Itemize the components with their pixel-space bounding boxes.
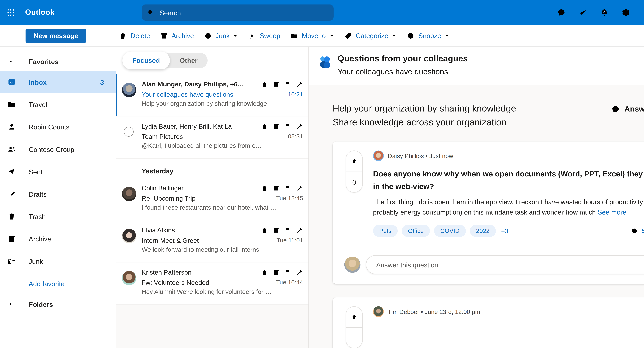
answer-input-box[interactable]: GIF: [366, 255, 644, 274]
pin-icon: [296, 80, 303, 88]
mail-row-lydia-bauer[interactable]: Lydia Bauer, Henry Brill, Kat La… Team P…: [116, 116, 308, 159]
row-flag-button[interactable]: [284, 122, 292, 130]
mail-row-elvia-atkins[interactable]: Elvia Atkins Intern Meet & Greet Tue 11:…: [116, 220, 308, 262]
flag-icon: [643, 8, 644, 17]
tag-office[interactable]: Office: [402, 225, 430, 237]
person-icon: [7, 122, 16, 131]
archive-icon: [272, 269, 280, 276]
row-pin-button[interactable]: [296, 122, 303, 130]
answers-in-viva-link[interactable]: ? Answers in Viva: [611, 105, 644, 114]
app-title: Outlook: [25, 8, 54, 17]
sidebar-item-junk[interactable]: Junk: [0, 250, 116, 272]
settings-button[interactable]: [615, 0, 637, 25]
row-archive-button[interactable]: [272, 226, 280, 234]
row-pin-button[interactable]: [296, 80, 303, 88]
mail-subject: Fw: Volunteers Needed: [142, 279, 272, 286]
app-launcher-button[interactable]: [0, 0, 22, 25]
trash-icon: [261, 226, 268, 234]
mail-subject: Re: Upcoming Trip: [142, 194, 272, 202]
answers-chat-icon: [631, 227, 638, 234]
more-tags-link[interactable]: +3: [501, 227, 508, 234]
row-flag-button[interactable]: [284, 226, 292, 234]
tag-2022[interactable]: 2022: [470, 225, 496, 237]
select-circle[interactable]: [124, 127, 134, 137]
archive-icon: [272, 122, 280, 130]
delete-button[interactable]: Delete: [114, 28, 155, 43]
sweep-button[interactable]: Sweep: [243, 28, 285, 43]
folder-icon: [7, 100, 16, 109]
row-delete-button[interactable]: [261, 226, 268, 234]
categorize-button[interactable]: Categorize: [339, 28, 402, 43]
row-flag-button[interactable]: [284, 269, 292, 276]
row-archive-button[interactable]: [272, 269, 280, 276]
new-message-button[interactable]: New message: [26, 28, 86, 43]
my-day-button[interactable]: [572, 0, 594, 25]
answers-link[interactable]: 5 answers: [631, 227, 644, 234]
pin-icon: [296, 122, 303, 130]
tab-other[interactable]: Other: [170, 53, 207, 68]
sidebar-item-archive[interactable]: Archive: [0, 227, 116, 250]
row-archive-button[interactable]: [272, 122, 280, 130]
row-pin-button[interactable]: [296, 184, 303, 191]
snooze-button[interactable]: Snooze: [402, 28, 454, 43]
sidebar-item-sent[interactable]: Sent: [0, 160, 116, 183]
filter-button[interactable]: [293, 57, 300, 64]
row-delete-button[interactable]: [261, 269, 268, 276]
mail-subject: Intern Meet & Greet: [142, 237, 273, 244]
mail-sender: Colin Ballinger: [142, 184, 253, 191]
row-delete-button[interactable]: [261, 184, 268, 191]
collapse-nav-button[interactable]: [0, 25, 22, 46]
sidebar-item-travel[interactable]: Travel: [0, 93, 116, 116]
sidebar-item-robin-counts[interactable]: Robin Counts: [0, 116, 116, 138]
row-delete-button[interactable]: [261, 122, 268, 130]
row-pin-button[interactable]: [296, 226, 303, 234]
mail-row-kristen-patterson[interactable]: Kristen Patterson Fw: Volunteers Needed …: [116, 262, 308, 305]
tab-focused[interactable]: Focused: [122, 51, 170, 69]
notification-count: 8: [604, 10, 605, 14]
answer-compose-row: GIF: [344, 247, 644, 284]
tag-pets[interactable]: Pets: [373, 225, 398, 237]
upvote-arrow-icon: [350, 313, 358, 321]
mail-time: 08:31: [288, 133, 303, 140]
archive-icon: [7, 234, 16, 243]
row-archive-button[interactable]: [272, 80, 280, 88]
row-archive-button[interactable]: [272, 184, 280, 191]
command-toolbar: New message Delete Archive Junk Sweep Mo…: [0, 25, 644, 46]
flag-icon: [284, 226, 292, 234]
add-favorite-link[interactable]: Add favorite: [0, 272, 116, 295]
row-flag-button[interactable]: [284, 184, 292, 191]
sidebar-item-inbox[interactable]: Inbox 3: [0, 71, 116, 93]
pin-icon: [296, 184, 303, 191]
trash-icon: [119, 32, 127, 40]
sidebar-item-contoso-group[interactable]: Contoso Group: [0, 138, 116, 160]
sidebar-item-trash[interactable]: Trash: [0, 205, 116, 227]
inbox-icon: [7, 77, 16, 86]
favorites-header[interactable]: Favorites: [0, 52, 116, 71]
chat-button[interactable]: [550, 0, 572, 25]
notifications-button[interactable]: 8: [594, 0, 615, 25]
question-tags: Pets Office COVID 2022 +3 5 answers: [373, 225, 644, 237]
avatar: [122, 229, 136, 243]
move-to-button[interactable]: Move to: [285, 28, 339, 43]
tag-covid[interactable]: COVID: [434, 225, 466, 237]
send-icon: [7, 167, 16, 176]
folders-header[interactable]: Folders: [0, 295, 116, 314]
row-delete-button[interactable]: [261, 80, 268, 88]
upvote-button[interactable]: [346, 307, 362, 328]
archive-button[interactable]: Archive: [155, 28, 199, 43]
junk-button[interactable]: Junk: [199, 28, 243, 43]
row-flag-button[interactable]: [284, 80, 292, 88]
flag-button[interactable]: [637, 0, 644, 25]
question-card-tim: Tim Deboer • June 23rd, 12:00 pm: [333, 297, 644, 348]
mail-row-colin-ballinger[interactable]: Colin Ballinger Re: Upcoming Trip Tue 13…: [116, 178, 308, 220]
search-input[interactable]: [159, 8, 328, 17]
chevron-down-icon: [444, 33, 450, 38]
see-more-link[interactable]: See more: [598, 209, 626, 216]
answer-input[interactable]: [375, 260, 644, 269]
row-pin-button[interactable]: [296, 269, 303, 276]
sidebar-item-drafts[interactable]: Drafts: [0, 183, 116, 205]
search-bar[interactable]: [142, 4, 334, 20]
upvote-button[interactable]: [346, 151, 362, 172]
top-bar: Outlook 8: [0, 0, 644, 25]
mail-row-alan-munger[interactable]: Alan Munger, Daisy Phillips, +6… Your co…: [116, 74, 308, 116]
